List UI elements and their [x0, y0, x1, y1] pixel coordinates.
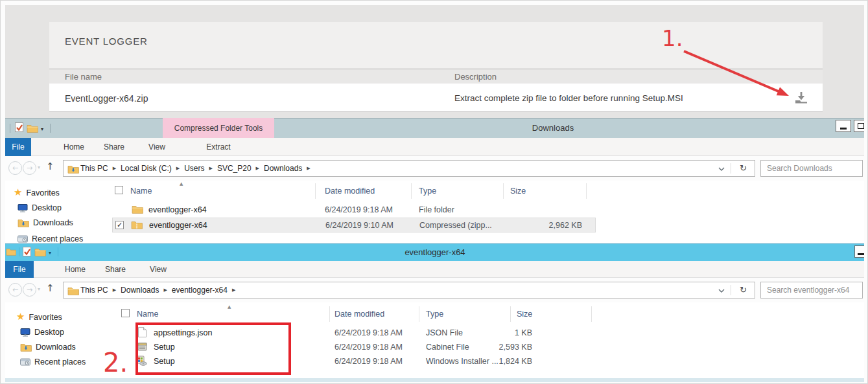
recent-places-icon [20, 357, 30, 366]
column-header-type[interactable]: Type [419, 186, 436, 196]
column-divider[interactable] [503, 183, 504, 199]
explorer-window-icon [6, 247, 16, 256]
properties-icon[interactable] [15, 122, 23, 132]
window2-title: eventlogger-x64 [390, 243, 480, 261]
breadcrumb: This PC ▶ Downloads ▶ eventlogger-x64 ▶ [80, 282, 235, 298]
column-divider[interactable] [315, 183, 316, 199]
new-folder-icon[interactable] [27, 124, 38, 133]
new-folder-icon[interactable] [34, 247, 46, 256]
sidebar-item-recent-places-clipped[interactable]: Recent places [18, 231, 115, 243]
recent-places-icon [18, 234, 28, 243]
column-divider[interactable] [510, 306, 511, 322]
address-dropdown-icon[interactable] [718, 167, 725, 171]
column-header-name[interactable]: Name [137, 310, 158, 319]
sidebar-item-downloads[interactable]: Downloads [20, 341, 76, 353]
zip-file-description: Extract complete zip file to folder befo… [454, 93, 683, 103]
breadcrumb-users[interactable]: Users [184, 164, 204, 173]
zip-folder-icon [131, 220, 143, 229]
downloads-folder-icon [67, 164, 79, 174]
back-button[interactable]: ← [8, 161, 22, 175]
forward-button[interactable]: → [23, 283, 36, 297]
folder-icon [67, 286, 79, 295]
column-divider[interactable] [586, 183, 587, 199]
column-header-size[interactable]: Size [517, 310, 532, 319]
tab-file[interactable]: File [5, 138, 31, 156]
minimize-glyph [840, 128, 847, 130]
window1-title: Downloads [508, 118, 598, 138]
star-icon: ★ [14, 188, 22, 198]
maximize-glyph [858, 123, 864, 129]
sidebar-item-desktop[interactable]: Desktop [18, 201, 62, 214]
quick-access-dropdown-icon[interactable]: ▾ [49, 250, 51, 256]
column-header-size[interactable]: Size [510, 186, 526, 196]
search-input[interactable] [761, 161, 862, 176]
quick-access-dropdown-icon[interactable]: ▾ [41, 126, 43, 132]
up-button[interactable]: ↑ [46, 282, 54, 294]
breadcrumb-downloads[interactable]: Downloads [121, 286, 159, 295]
zip-file-name: EventLogger-x64.zip [65, 93, 148, 104]
breadcrumb-this-pc[interactable]: This PC [80, 164, 108, 173]
file-row-eventlogger-zip[interactable]: ✓ eventlogger-x64 6/24/2019 9:10 AM Comp… [112, 218, 596, 232]
tab-file[interactable]: File [5, 261, 34, 278]
properties-icon[interactable] [23, 247, 31, 256]
contextual-tab-compressed-folder-tools: Compressed Folder Tools [163, 118, 274, 138]
recent-locations-dropdown-icon[interactable]: ▾ [38, 164, 40, 170]
sidebar-item-recent-places[interactable]: Recent places [20, 356, 86, 368]
column-header-name[interactable]: Name [130, 186, 152, 196]
breadcrumb-local-disk[interactable]: Local Disk (C:) [121, 164, 172, 173]
column-divider[interactable] [329, 306, 330, 322]
column-header-date-modified[interactable]: Date modified [334, 310, 384, 319]
desktop-icon [18, 203, 28, 212]
separator [731, 285, 731, 295]
search-input[interactable] [761, 282, 862, 298]
column-header-date-modified[interactable]: Date modified [325, 186, 375, 196]
refresh-icon[interactable]: ↻ [740, 163, 747, 173]
breadcrumb-separator-icon: ▶ [256, 166, 259, 171]
breadcrumb-downloads[interactable]: Downloads [264, 164, 302, 173]
sidebar-item-desktop[interactable]: Desktop [20, 326, 64, 338]
select-all-checkbox[interactable] [115, 186, 123, 194]
downloads-folder-icon [18, 218, 29, 227]
download-icon[interactable] [794, 91, 808, 104]
window2-address-bar[interactable]: This PC ▶ Downloads ▶ eventlogger-x64 ▶ … [63, 282, 755, 299]
forward-button[interactable]: → [23, 161, 36, 175]
back-button[interactable]: ← [8, 283, 22, 297]
breadcrumb-separator-icon: ▶ [113, 166, 116, 171]
sort-ascending-icon: ▲ [228, 304, 231, 310]
column-divider[interactable] [419, 306, 419, 322]
tab-home[interactable]: Home [58, 261, 93, 278]
breadcrumb-svc-p20[interactable]: SVC_P20 [217, 164, 252, 173]
sidebar-item-downloads[interactable]: Downloads [18, 216, 73, 229]
tab-share[interactable]: Share [98, 261, 133, 278]
breadcrumb-eventlogger-x64[interactable]: eventlogger-x64 [172, 286, 228, 295]
refresh-icon[interactable]: ↻ [740, 285, 747, 295]
tab-view[interactable]: View [142, 261, 174, 278]
breadcrumb-separator-icon: ▶ [113, 288, 116, 293]
minimize-button[interactable] [836, 120, 851, 132]
screenshot-frame [1, 1, 868, 5]
window1-address-bar[interactable]: This PC ▶ Local Disk (C:) ▶ Users ▶ SVC_… [63, 160, 755, 177]
file-row-eventlogger-folder[interactable]: eventlogger-x64 6/24/2019 9:18 AM File f… [112, 203, 596, 218]
sidebar-item-favorites[interactable]: ★ Favorites [14, 186, 60, 199]
sidebar-item-favorites[interactable]: ★ Favorites [16, 311, 62, 323]
breadcrumb-this-pc[interactable]: This PC [80, 286, 108, 295]
tab-view[interactable]: View [141, 138, 173, 156]
tab-extract[interactable]: Extract [195, 138, 242, 156]
window2-search-box [760, 282, 863, 299]
column-header-type[interactable]: Type [426, 310, 443, 319]
column-divider[interactable] [411, 183, 412, 199]
row-checkbox-checked[interactable]: ✓ [115, 221, 124, 229]
screenshot-frame [864, 1, 868, 384]
breadcrumb: This PC ▶ Local Disk (C:) ▶ Users ▶ SVC_… [80, 161, 311, 176]
breadcrumb-separator-icon: ▶ [232, 288, 235, 293]
column-divider[interactable] [591, 306, 592, 322]
window1-ribbon-tabs [5, 138, 864, 156]
address-dropdown-icon[interactable] [718, 289, 725, 293]
up-button[interactable]: ↑ [46, 161, 54, 172]
tab-share[interactable]: Share [97, 138, 132, 156]
tab-home[interactable]: Home [56, 138, 91, 156]
star-icon: ★ [16, 312, 25, 322]
recent-locations-dropdown-icon[interactable]: ▾ [38, 286, 40, 292]
select-all-checkbox[interactable] [121, 309, 130, 317]
page-title: EVENT LOGGER [65, 36, 148, 47]
